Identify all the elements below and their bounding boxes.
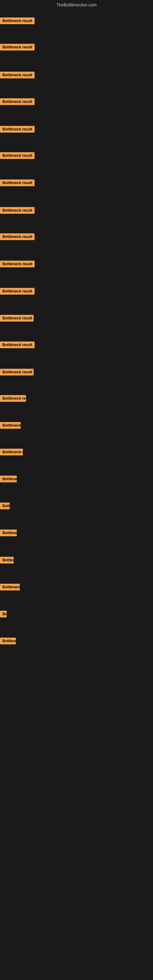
bottleneck-badge: Bottleneck result xyxy=(0,126,35,134)
badge-label: Bottleneck result xyxy=(0,395,26,402)
bottleneck-badge: Bottleneck result xyxy=(0,611,7,619)
bottleneck-badge: Bottleneck result xyxy=(0,530,17,538)
badge-label: Bottleneck result xyxy=(0,476,17,482)
badge-label: Bottleneck result xyxy=(0,233,35,240)
badge-label: Bottleneck result xyxy=(0,152,35,159)
badge-label: Bottleneck result xyxy=(0,44,35,51)
bottleneck-badge: Bottleneck result xyxy=(0,503,10,511)
badge-label: Bottleneck result xyxy=(0,422,21,429)
bottleneck-badge: Bottleneck result xyxy=(0,288,35,296)
bottleneck-badge: Bottleneck result xyxy=(0,44,35,52)
badge-label: Bottleneck result xyxy=(0,288,35,294)
badge-label: Bottleneck result xyxy=(0,557,14,563)
bottleneck-badge: Bottleneck result xyxy=(0,233,35,241)
bottleneck-badge: Bottleneck result xyxy=(0,315,33,323)
badge-label: Bottleneck result xyxy=(0,180,35,186)
badge-label: Bottleneck result xyxy=(0,18,35,24)
bottleneck-badge: Bottleneck result xyxy=(0,449,23,457)
bottleneck-badge: Bottleneck result xyxy=(0,72,35,80)
bottleneck-badge: Bottleneck result xyxy=(0,207,35,215)
bottleneck-badge: Bottleneck result xyxy=(0,638,16,646)
bottleneck-badge: Bottleneck result xyxy=(0,98,35,106)
badge-label: Bottleneck result xyxy=(0,207,35,214)
badge-label: Bottleneck result xyxy=(0,611,7,617)
bottleneck-badge: Bottleneck result xyxy=(0,18,35,25)
bottleneck-badge: Bottleneck result xyxy=(0,369,33,377)
bottleneck-badge: Bottleneck result xyxy=(0,557,14,565)
bottleneck-badge: Bottleneck result xyxy=(0,342,35,350)
bottleneck-badge: Bottleneck result xyxy=(0,152,35,160)
bottleneck-badge: Bottleneck result xyxy=(0,584,20,592)
badge-label: Bottleneck result xyxy=(0,315,33,321)
badge-label: Bottleneck result xyxy=(0,98,35,105)
badge-label: Bottleneck result xyxy=(0,638,16,644)
badge-label: Bottleneck result xyxy=(0,72,35,78)
bottleneck-badge: Bottleneck result xyxy=(0,422,21,430)
bottleneck-badge: Bottleneck result xyxy=(0,261,35,269)
bottleneck-badge: Bottleneck result xyxy=(0,476,17,484)
badge-label: Bottleneck result xyxy=(0,369,33,375)
badge-label: Bottleneck result xyxy=(0,342,35,348)
bottleneck-badge: Bottleneck result xyxy=(0,395,26,403)
badge-label: Bottleneck result xyxy=(0,261,35,267)
badge-label: Bottleneck result xyxy=(0,503,10,509)
badge-label: Bottleneck result xyxy=(0,126,35,133)
badge-label: Bottleneck result xyxy=(0,584,20,590)
badge-label: Bottleneck result xyxy=(0,449,23,455)
bottleneck-badge: Bottleneck result xyxy=(0,180,35,188)
site-title: TheBottlenecker.com xyxy=(0,0,153,9)
badge-label: Bottleneck result xyxy=(0,530,17,536)
